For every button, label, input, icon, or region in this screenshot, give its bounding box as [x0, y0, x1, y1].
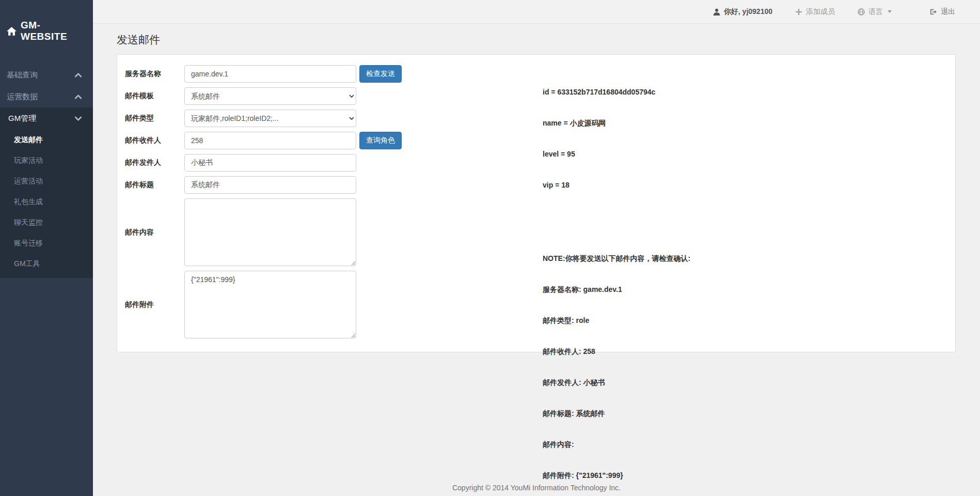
query-role-button[interactable]: 查询角色 — [359, 132, 402, 149]
note-line-sender: 邮件发件人: 小秘书 — [543, 377, 690, 388]
user-greeting[interactable]: 你好, yj092100 — [713, 7, 772, 17]
add-member-button[interactable]: 添加成员 — [795, 7, 835, 17]
user-icon — [713, 8, 720, 16]
info-line-id: id = 633152b717d16804dd05794c — [543, 87, 690, 97]
mail-template-row: 邮件模板 系统邮件 — [125, 87, 955, 105]
server-name-row: 服务器名称 检查发送 — [125, 65, 955, 83]
sidebar-section-basic-query[interactable]: 基础查询 — [0, 64, 93, 86]
main-content: 发送邮件 服务器名称 检查发送 邮件模板 系统邮件 邮件类型 玩家邮件,role… — [93, 24, 980, 496]
chevron-up-icon — [75, 95, 82, 99]
role-info: id = 633152b717d16804dd05794c name = 小皮源… — [543, 66, 690, 496]
section-label: 运营数据 — [7, 92, 38, 102]
sidebar-item-account-transfer[interactable]: 账号迁移 — [0, 233, 93, 253]
add-member-label: 添加成员 — [806, 7, 835, 17]
server-name-input[interactable] — [184, 65, 356, 83]
language-menu[interactable]: 语言 — [858, 7, 892, 17]
user-greeting-label: 你好, yj092100 — [724, 7, 772, 17]
note-line-header: NOTE:你将要发送以下邮件内容，请检查确认: — [543, 253, 690, 264]
mail-type-label: 邮件类型 — [125, 114, 184, 123]
subject-row: 邮件标题 — [125, 176, 955, 194]
note-line-server: 服务器名称: game.dev.1 — [543, 284, 690, 295]
logout-label: 退出 — [941, 7, 955, 17]
mail-preview-note: NOTE:你将要发送以下邮件内容，请检查确认: 服务器名称: game.dev.… — [543, 233, 690, 496]
brand-label: GM-WEBSITE — [21, 20, 87, 42]
sidebar-section-gm-manage[interactable]: GM管理 — [0, 107, 93, 129]
home-icon — [7, 27, 17, 36]
section-label: 基础查询 — [7, 70, 38, 80]
sidebar-submenu: 发送邮件 玩家活动 运营活动 礼包生成 聊天监控 账号迁移 GM工具 — [0, 129, 93, 278]
note-line-recipient: 邮件收件人: 258 — [543, 346, 690, 357]
content-label: 邮件内容 — [125, 228, 184, 237]
attachment-row: 邮件附件 {"21961":999} — [125, 271, 955, 338]
sidebar-item-player-activity[interactable]: 玩家活动 — [0, 150, 93, 171]
content-textarea[interactable] — [184, 198, 356, 266]
sidebar: GM-WEBSITE 基础查询 运营数据 GM管理 发送邮件 玩家活动 — [0, 0, 93, 496]
chevron-up-icon — [75, 73, 82, 78]
footer-copyright: Copyright © 2014 YouMi Information Techn… — [93, 484, 980, 492]
mail-template-select[interactable]: 系统邮件 — [184, 87, 356, 105]
attachment-textarea[interactable]: {"21961":999} — [184, 271, 356, 338]
check-send-button[interactable]: 检查发送 — [359, 65, 402, 83]
sidebar-section-operation-data[interactable]: 运营数据 — [0, 86, 93, 107]
language-label: 语言 — [868, 7, 883, 17]
globe-icon — [858, 8, 865, 16]
page-title: 发送邮件 — [117, 33, 957, 47]
recipient-label: 邮件收件人 — [125, 136, 184, 145]
send-mail-panel: 服务器名称 检查发送 邮件模板 系统邮件 邮件类型 玩家邮件,roleID1;r… — [117, 54, 956, 352]
sidebar-group-gm-manage: GM管理 发送邮件 玩家活动 运营活动 礼包生成 聊天监控 账号迁移 GM工具 — [0, 107, 93, 278]
note-line-type: 邮件类型: role — [543, 315, 690, 326]
sidebar-item-gift-generate[interactable]: 礼包生成 — [0, 191, 93, 212]
server-name-label: 服务器名称 — [125, 69, 184, 79]
recipient-row: 邮件收件人 查询角色 — [125, 132, 955, 149]
info-line-name: name = 小皮源码网 — [543, 118, 690, 128]
sidebar-item-chat-monitor[interactable]: 聊天监控 — [0, 212, 93, 233]
subject-label: 邮件标题 — [125, 180, 184, 190]
sender-input[interactable] — [184, 154, 356, 172]
mail-template-label: 邮件模板 — [125, 91, 184, 101]
info-line-vip: vip = 18 — [543, 180, 690, 190]
topbar: 你好, yj092100 添加成员 语言 退出 — [93, 0, 980, 24]
subject-input[interactable] — [184, 176, 356, 194]
sidebar-nav: 基础查询 运营数据 GM管理 发送邮件 玩家活动 运营活动 礼包生成 — [0, 64, 93, 278]
chevron-down-icon — [75, 116, 82, 121]
info-line-level: level = 95 — [543, 149, 690, 159]
caret-down-icon — [888, 10, 892, 13]
sender-row: 邮件发件人 — [125, 154, 955, 172]
note-line-subject: 邮件标题: 系统邮件 — [543, 408, 690, 419]
content-row: 邮件内容 — [125, 198, 955, 266]
brand-logo: GM-WEBSITE — [0, 0, 93, 42]
sidebar-item-send-mail[interactable]: 发送邮件 — [0, 129, 93, 150]
logout-button[interactable]: 退出 — [930, 7, 955, 17]
sidebar-item-operation-activity[interactable]: 运营活动 — [0, 171, 93, 191]
mail-type-select[interactable]: 玩家邮件,roleID1;roleID2;... — [184, 110, 356, 127]
plus-icon — [795, 8, 802, 16]
note-line-attachment: 邮件附件: {"21961":999} — [543, 470, 690, 481]
sender-label: 邮件发件人 — [125, 158, 184, 167]
attachment-label: 邮件附件 — [125, 300, 184, 309]
mail-type-row: 邮件类型 玩家邮件,roleID1;roleID2;... — [125, 110, 955, 127]
section-label: GM管理 — [8, 114, 36, 123]
recipient-input[interactable] — [184, 132, 356, 149]
note-line-content: 邮件内容: — [543, 439, 690, 450]
logout-icon — [930, 8, 937, 16]
sidebar-item-gm-tools[interactable]: GM工具 — [0, 253, 93, 274]
